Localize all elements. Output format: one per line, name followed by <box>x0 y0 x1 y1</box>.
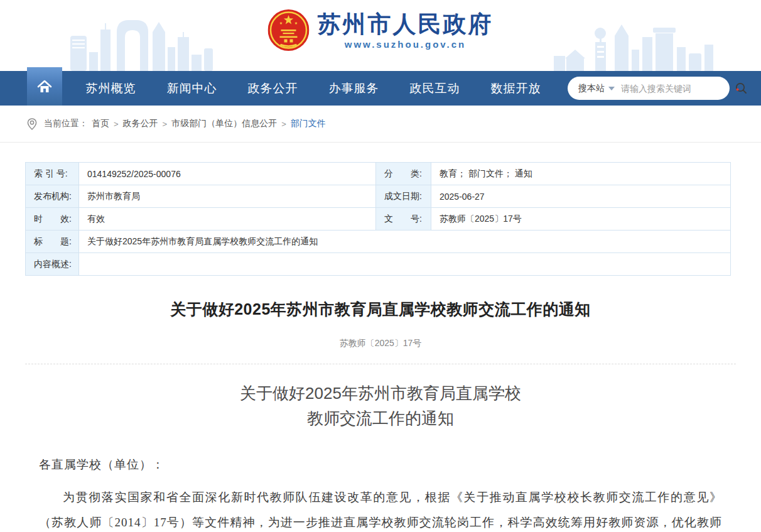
meta-label-validity: 时 效: <box>26 208 79 231</box>
nav-item-interaction[interactable]: 政民互动 <box>394 71 475 106</box>
site-header: 苏州市人民政府 www.suzhou.gov.cn <box>0 0 761 71</box>
document-meta-table: 索 引 号: 014149252/2025-00076 分 类: 教育； 部门文… <box>25 162 731 276</box>
breadcrumb-current[interactable]: 部门文件 <box>291 118 326 129</box>
meta-label-summary: 内容概述: <box>26 253 79 276</box>
city-skyline-right <box>554 17 718 71</box>
table-row: 时 效: 有效 文 号: 苏教师〔2025〕17号 <box>26 208 731 231</box>
meta-value-issuer: 苏州市教育局 <box>79 185 376 208</box>
breadcrumb-separator: > <box>163 119 168 129</box>
breadcrumb-separator: > <box>114 119 119 129</box>
site-title: 苏州市人民政府 <box>318 11 494 38</box>
search-icon <box>735 82 748 95</box>
national-emblem-logo <box>268 9 310 51</box>
site-search: 搜本站 <box>568 77 730 100</box>
search-scope-dropdown[interactable]: 搜本站 <box>578 83 615 94</box>
breadcrumb-departments[interactable]: 市级部门（单位）信息公开 <box>171 118 277 129</box>
breadcrumb-home[interactable]: 首页 <box>92 118 109 129</box>
nav-item-open-data[interactable]: 数据开放 <box>475 71 556 106</box>
table-row: 标 题: 关于做好2025年苏州市教育局直属学校教师交流工作的通知 <box>26 231 731 253</box>
meta-label-issuer: 发布机构: <box>26 185 79 208</box>
search-input[interactable] <box>621 84 735 94</box>
paragraph: 为贯彻落实国家和省全面深化新时代教师队伍建设改革的意见，根据《关于推动直属学校校… <box>39 485 722 532</box>
home-icon <box>36 79 53 94</box>
meta-label-title: 标 题: <box>26 231 79 253</box>
document-inner-title: 关于做好2025年苏州市教育局直属学校 教师交流工作的通知 <box>0 381 761 431</box>
table-row: 索 引 号: 014149252/2025-00076 分 类: 教育； 部门文… <box>26 163 731 185</box>
inner-title-line1: 关于做好2025年苏州市教育局直属学校 <box>0 381 761 406</box>
nav-item-gov-info[interactable]: 政务公开 <box>232 71 313 106</box>
breadcrumb-gov-info[interactable]: 政务公开 <box>123 118 158 129</box>
search-scope-label: 搜本站 <box>578 83 605 94</box>
breadcrumb: 当前位置： 首页 > 政务公开 > 市级部门（单位）信息公开 > 部门文件 <box>0 106 761 143</box>
meta-value-validity: 有效 <box>79 208 376 231</box>
chevron-down-icon <box>608 87 615 90</box>
meta-label-date: 成文日期: <box>376 185 431 208</box>
meta-value-date: 2025-06-27 <box>431 185 731 208</box>
breadcrumb-separator: > <box>281 119 286 129</box>
salutation: 各直属学校（单位）： <box>39 452 722 477</box>
dashed-divider <box>25 364 736 364</box>
table-row: 内容概述: <box>26 253 731 276</box>
meta-value-doc-no: 苏教师〔2025〕17号 <box>431 208 731 231</box>
site-brand: 苏州市人民政府 www.suzhou.gov.cn <box>268 9 494 51</box>
document-body: 各直属学校（单位）： 为贯彻落实国家和省全面深化新时代教师队伍建设改革的意见，根… <box>39 452 722 532</box>
meta-label-index: 索 引 号: <box>26 163 79 185</box>
main-nav: 苏州概览 新闻中心 政务公开 办事服务 政民互动 数据开放 搜本站 <box>0 71 761 106</box>
nav-item-overview[interactable]: 苏州概览 <box>70 71 151 106</box>
home-button[interactable] <box>27 67 62 106</box>
nav-items: 苏州概览 新闻中心 政务公开 办事服务 政民互动 数据开放 <box>70 71 556 106</box>
meta-value-category: 教育； 部门文件； 通知 <box>431 163 731 185</box>
breadcrumb-label: 当前位置： <box>44 118 88 129</box>
page-title: 关于做好2025年苏州市教育局直属学校教师交流工作的通知 <box>0 299 761 320</box>
city-skyline-left <box>70 17 216 71</box>
meta-value-index: 014149252/2025-00076 <box>79 163 376 185</box>
inner-title-line2: 教师交流工作的通知 <box>0 406 761 431</box>
nav-item-news[interactable]: 新闻中心 <box>151 71 232 106</box>
meta-value-summary <box>79 253 731 276</box>
table-row: 发布机构: 苏州市教育局 成文日期: 2025-06-27 <box>26 185 731 208</box>
site-url: www.suzhou.gov.cn <box>345 39 467 50</box>
meta-label-doc-no: 文 号: <box>376 208 431 231</box>
nav-item-services[interactable]: 办事服务 <box>313 71 394 106</box>
search-button[interactable] <box>735 82 748 95</box>
location-pin-icon <box>26 117 38 131</box>
meta-label-category: 分 类: <box>376 163 431 185</box>
document-number: 苏教师〔2025〕17号 <box>0 338 761 349</box>
meta-value-title: 关于做好2025年苏州市教育局直属学校教师交流工作的通知 <box>79 231 731 253</box>
